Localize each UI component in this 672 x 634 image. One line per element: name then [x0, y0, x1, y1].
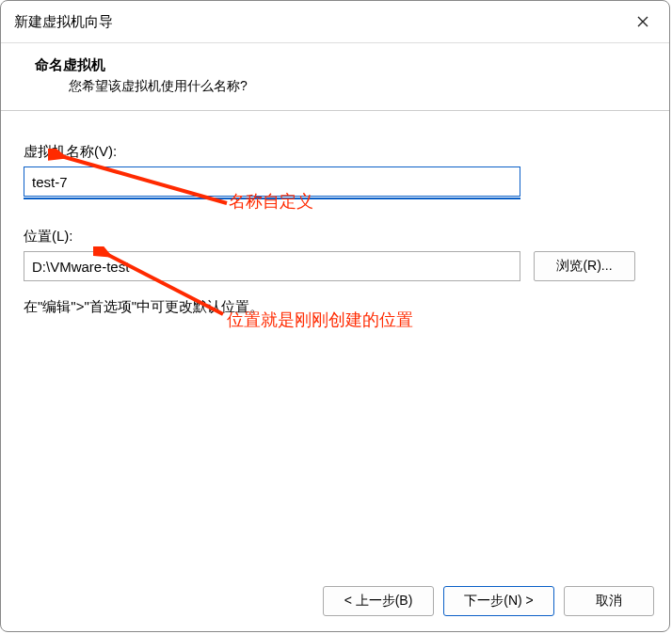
next-button[interactable]: 下一步(N) >	[443, 586, 554, 616]
header-title: 命名虚拟机	[35, 56, 650, 74]
header-subtitle: 您希望该虚拟机使用什么名称?	[35, 78, 650, 95]
main-content: 虚拟机名称(V): 名称自定义 位置(L): 浏览(R)... 在"编辑">"首…	[1, 111, 669, 573]
back-button[interactable]: < 上一步(B)	[323, 586, 434, 616]
vm-location-label: 位置(L):	[24, 228, 647, 246]
input-underline	[24, 198, 520, 199]
footer-buttons: < 上一步(B) 下一步(N) > 取消	[1, 573, 669, 631]
wizard-window: 新建虚拟机向导 命名虚拟机 您希望该虚拟机使用什么名称? 虚拟机名称(V): 名…	[0, 0, 670, 632]
window-title: 新建虚拟机向导	[14, 13, 113, 31]
titlebar: 新建虚拟机向导	[1, 1, 669, 43]
close-button[interactable]	[630, 8, 656, 35]
header-section: 命名虚拟机 您希望该虚拟机使用什么名称?	[1, 43, 669, 111]
browse-button[interactable]: 浏览(R)...	[534, 251, 635, 281]
vm-location-input[interactable]	[24, 251, 520, 281]
cancel-button[interactable]: 取消	[564, 586, 654, 616]
vm-name-input[interactable]	[24, 166, 520, 197]
location-hint: 在"编辑">"首选项"中可更改默认位置。	[24, 298, 647, 316]
close-icon	[637, 16, 648, 27]
location-row: 浏览(R)...	[24, 251, 647, 281]
vm-name-label: 虚拟机名称(V):	[24, 143, 647, 161]
